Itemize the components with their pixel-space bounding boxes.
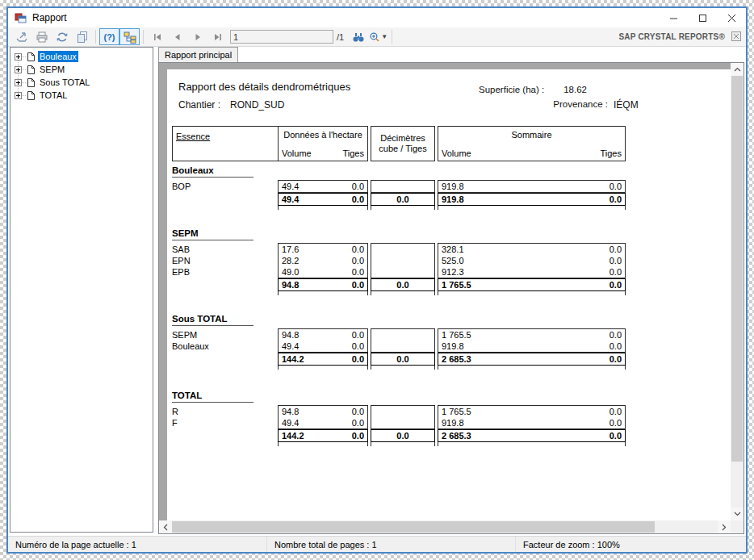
cell-tiges-ha: 0.0 — [352, 255, 364, 266]
superficie-value: 18.62 — [563, 85, 587, 94]
cell-tiges-som: 0.0 — [609, 244, 622, 255]
next-page-button[interactable] — [187, 28, 207, 45]
copy-icon — [76, 31, 89, 44]
maximize-button[interactable] — [688, 8, 717, 27]
total-tiges-ha: 0.0 — [352, 194, 364, 205]
refresh-icon — [56, 31, 69, 44]
section-total-row: 49.40.0 0.0 919.80.0 — [172, 193, 731, 206]
horizontal-scroll-thumb[interactable] — [172, 521, 655, 533]
cell-vol-som: 1 765.5 — [442, 329, 471, 341]
section-sous-total: Sous TOTAL SEPM Bouleaux 94.80.0 49.40.0 — [172, 314, 731, 370]
row-label: EPB — [172, 266, 278, 278]
total-dm: 0.0 — [371, 353, 434, 365]
group-tree-toggle-button[interactable] — [119, 28, 140, 45]
print-button[interactable] — [31, 28, 52, 45]
first-page-icon — [153, 33, 162, 41]
tab-rapport-principal[interactable]: Rapport principal — [158, 47, 238, 62]
cell-tiges-ha: 0.0 — [352, 181, 364, 192]
zoom-dropdown-caret[interactable]: ▼ — [381, 33, 387, 40]
page-count-label: /1 — [337, 32, 344, 42]
vertical-scroll-thumb[interactable] — [731, 76, 743, 462]
cell-dm-empty — [371, 405, 435, 429]
tree-item-label[interactable]: TOTAL — [38, 90, 69, 101]
total-vol-ha: 49.4 — [282, 194, 299, 205]
cell-tiges-ha: 0.0 — [352, 406, 364, 417]
report-page: Rapport des détails dendrométriques Chan… — [167, 69, 731, 520]
cell-vol-ha: 94.8 — [282, 329, 299, 341]
export-button[interactable] — [11, 28, 31, 45]
total-vol-ha: 144.2 — [282, 430, 304, 441]
status-total-pages: Nombre total de pages : 1 — [274, 540, 377, 550]
provenance-value: IÉQM — [614, 99, 639, 111]
section-name: Sous TOTAL — [172, 314, 253, 326]
expand-plus-icon[interactable] — [15, 66, 22, 73]
tree-item-sous-total[interactable]: Sous TOTAL — [10, 76, 153, 89]
chevron-up-icon — [734, 67, 741, 72]
scroll-right-button[interactable] — [718, 520, 731, 533]
prev-page-button[interactable] — [167, 28, 187, 45]
report-page-area: Rapport des détails dendrométriques Chan… — [158, 62, 744, 534]
find-button[interactable] — [348, 28, 368, 45]
copy-button[interactable] — [72, 28, 92, 45]
total-tiges-ha: 0.0 — [352, 353, 364, 365]
close-button[interactable] — [717, 8, 746, 27]
page-number-input[interactable] — [230, 30, 333, 44]
tree-item-label[interactable]: SEPM — [38, 64, 66, 75]
total-vol-ha: 144.2 — [282, 353, 304, 365]
toolbar-separator — [392, 30, 392, 44]
last-page-button[interactable] — [207, 28, 228, 45]
total-dm: 0.0 — [371, 194, 434, 205]
cell-dm-empty — [371, 180, 435, 193]
superficie-label: Superficie (ha) : — [479, 85, 544, 94]
magnifier-icon — [369, 31, 380, 44]
parameter-panel-toggle-button[interactable]: (?) — [99, 28, 119, 45]
cell-tiges-som: 0.0 — [609, 406, 622, 417]
expand-plus-icon[interactable] — [15, 79, 22, 86]
total-vol-som: 2 685.3 — [442, 430, 471, 441]
tree-item-total[interactable]: TOTAL — [10, 89, 153, 102]
binoculars-icon — [352, 31, 365, 44]
cell-tiges-ha: 0.0 — [352, 417, 364, 428]
cell-vol-ha: 94.8 — [282, 406, 299, 417]
section-sepm: SEPM SAB EPN EPB 17.60.0 28.20.0 — [172, 228, 731, 295]
provenance-label: Provenance : — [506, 99, 608, 111]
zoom-button[interactable]: ▼ — [368, 28, 388, 45]
total-tiges-som: 0.0 — [609, 430, 622, 441]
cell-vol-som: 919.8 — [442, 417, 464, 428]
chantier-value: ROND_SUD — [230, 99, 284, 111]
refresh-button[interactable] — [52, 28, 72, 45]
tree-item-label[interactable]: Bouleaux — [38, 51, 78, 62]
scroll-down-button[interactable] — [731, 508, 744, 520]
cell-tiges-som: 0.0 — [609, 255, 622, 266]
section-name: TOTAL — [172, 391, 253, 403]
first-page-button[interactable] — [147, 28, 167, 45]
tree-item-bouleaux[interactable]: Bouleaux — [10, 50, 153, 63]
total-tiges-som: 0.0 — [609, 353, 622, 365]
tree-item-sepm[interactable]: SEPM — [10, 63, 153, 76]
horizontal-scrollbar[interactable] — [159, 520, 731, 533]
cell-tiges-ha: 0.0 — [352, 341, 364, 352]
window-title: Rapport — [32, 12, 67, 23]
table-header: Essence Données à l'hectare Volume Tiges — [172, 126, 731, 161]
cell-vol-som: 912.3 — [442, 266, 464, 278]
document-icon — [27, 90, 36, 101]
document-icon — [27, 65, 36, 75]
section-total-row: 144.20.0 0.0 2 685.30.0 — [172, 353, 731, 366]
col-dm-line1: Décimètres — [371, 133, 434, 144]
cell-vol-ha: 49.4 — [282, 341, 299, 352]
cell-tiges-som: 0.0 — [609, 417, 622, 428]
minimize-button[interactable] — [659, 8, 688, 27]
group-tree-panel: Bouleaux SEPM Sous TOTAL TOTAL — [10, 47, 153, 533]
scroll-left-button[interactable] — [159, 520, 172, 533]
expand-plus-icon[interactable] — [15, 53, 22, 61]
vertical-scrollbar[interactable] — [731, 63, 744, 520]
tree-item-label[interactable]: Sous TOTAL — [38, 77, 91, 88]
tab-label: Rapport principal — [165, 50, 232, 60]
scroll-up-button[interactable] — [731, 63, 744, 76]
chantier-label: Chantier : — [178, 99, 220, 111]
col-essence: Essence — [176, 132, 210, 141]
expand-plus-icon[interactable] — [15, 92, 22, 99]
chevron-left-icon — [163, 524, 168, 531]
total-vol-ha: 94.8 — [282, 279, 299, 290]
section-total-row: 144.20.0 0.0 2 685.30.0 — [172, 429, 731, 442]
